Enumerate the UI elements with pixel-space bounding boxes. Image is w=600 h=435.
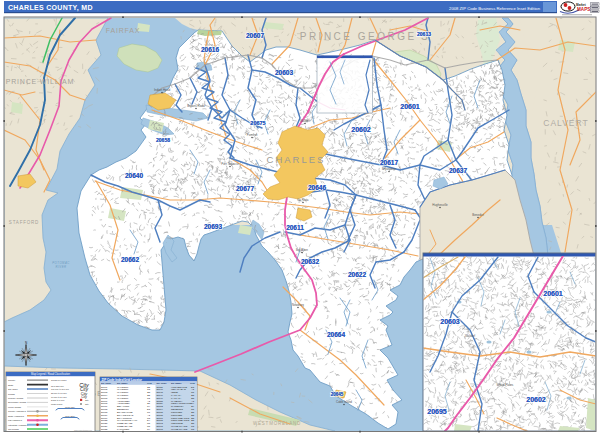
svg-text:20675: 20675: [157, 414, 164, 416]
svg-text:20601: 20601: [543, 290, 563, 297]
svg-text:20602: 20602: [526, 396, 546, 403]
svg-text:20605: 20605: [101, 397, 108, 399]
svg-text:20645: 20645: [331, 392, 344, 397]
svg-text:20613: 20613: [101, 411, 108, 413]
svg-text:miles (Top): miles (Top): [65, 406, 75, 408]
svg-text:20695: 20695: [427, 408, 447, 415]
svg-text:RIVER: RIVER: [55, 265, 66, 269]
svg-text:20645: 20645: [157, 391, 164, 393]
svg-text:ZIP Code Index/Grid Locator: ZIP Code Index/Grid Locator: [102, 378, 143, 382]
svg-text:Newburg: Newburg: [292, 303, 304, 307]
svg-text:ACCOKEEK: ACCOKEEK: [117, 400, 130, 402]
svg-text:20662: 20662: [157, 405, 164, 407]
svg-text:Toll Roads: Toll Roads: [8, 428, 20, 430]
svg-text:20632: 20632: [301, 258, 319, 265]
svg-text:WHITE PLAINS: WHITE PLAINS: [171, 425, 188, 427]
svg-text:20616: 20616: [101, 414, 108, 416]
svg-text:1000s per Town: 1000s per Town: [51, 379, 67, 381]
svg-text:20617: 20617: [101, 417, 108, 419]
svg-text:miles (Btm): miles (Btm): [65, 415, 75, 417]
svg-text:CHARLES: CHARLES: [267, 154, 326, 165]
svg-text:20617: 20617: [380, 159, 398, 166]
svg-text:20632: 20632: [101, 428, 108, 430]
svg-text:Bel Alton: Bel Alton: [296, 248, 308, 252]
svg-text:WALDORF: WALDORF: [117, 391, 129, 393]
svg-text:BENEDICT: BENEDICT: [117, 408, 129, 410]
svg-text:ZIP Code: ZIP Code: [8, 388, 18, 390]
svg-text:BRYANTOWN: BRYANTOWN: [117, 417, 132, 419]
svg-text:20616: 20616: [201, 46, 219, 53]
svg-text:20658: 20658: [157, 400, 164, 402]
svg-text:Benedict: Benedict: [472, 213, 484, 217]
svg-text:NANJEMOY: NANJEMOY: [171, 405, 184, 407]
svg-text:WALDORF: WALDORF: [117, 394, 129, 396]
svg-text:20603: 20603: [440, 318, 460, 325]
svg-text:Waldorf: Waldorf: [300, 119, 310, 123]
svg-text:Bryantown: Bryantown: [382, 167, 397, 171]
svg-text:20677: 20677: [157, 417, 164, 419]
svg-text:20607: 20607: [246, 32, 264, 39]
svg-text:WHITE PLAINS: WHITE PLAINS: [171, 428, 188, 430]
svg-text:Roads: Roads: [8, 393, 15, 395]
svg-text:20603: 20603: [101, 391, 108, 393]
svg-text:FAULKNER: FAULKNER: [117, 428, 129, 430]
svg-text:20602: 20602: [101, 388, 108, 390]
svg-text:20602: 20602: [351, 126, 371, 133]
svg-text:20611: 20611: [101, 405, 108, 407]
svg-text:WESTMORELAND: WESTMORELAND: [253, 421, 301, 426]
svg-text:ZIP Name: ZIP Name: [171, 382, 182, 384]
svg-text:Hughesville: Hughesville: [432, 203, 448, 207]
svg-text:Cobb Island: Cobb Island: [336, 400, 352, 404]
svg-text:20603: 20603: [275, 69, 293, 76]
svg-text:La Plata: La Plata: [297, 198, 308, 202]
svg-text:20625: 20625: [101, 422, 108, 424]
svg-text:NEWBURG: NEWBURG: [171, 408, 183, 410]
svg-text:20607: 20607: [101, 400, 108, 402]
svg-text:Port Tobacco: Port Tobacco: [221, 162, 239, 166]
svg-text:20646: 20646: [157, 394, 164, 396]
svg-text:20640: 20640: [157, 388, 164, 390]
svg-text:20622: 20622: [348, 271, 366, 278]
svg-text:Map Legend / Road Classificati: Map Legend / Road Classification: [31, 372, 70, 376]
svg-text:WELCOME: WELCOME: [171, 422, 183, 424]
svg-text:20693: 20693: [204, 223, 222, 230]
svg-text:WALDORF: WALDORF: [117, 386, 129, 388]
svg-text:MARBURY: MARBURY: [171, 400, 183, 402]
svg-text:CHARLES COUNTY, MD: CHARLES COUNTY, MD: [8, 4, 93, 12]
svg-text:ZIP Name: ZIP Name: [117, 382, 128, 384]
svg-text:POMFRET: POMFRET: [171, 414, 183, 416]
svg-text:MAPS: MAPS: [577, 7, 590, 12]
svg-text:20693: 20693: [157, 422, 164, 424]
svg-text:LA PLATA: LA PLATA: [171, 397, 182, 399]
svg-text:FAIRFAX: FAIRFAX: [106, 27, 140, 34]
svg-text:20601: 20601: [400, 103, 420, 110]
svg-text:ZIP Code: ZIP Code: [157, 382, 168, 384]
svg-text:20662: 20662: [121, 256, 139, 263]
svg-text:PRINCE GEORGE'S: PRINCE GEORGE'S: [300, 31, 431, 42]
svg-text:20604: 20604: [101, 394, 108, 396]
svg-text:Secondary Roads: Secondary Roads: [8, 401, 27, 403]
svg-text:County Highways: County Highways: [8, 410, 27, 412]
svg-text:Interstate Highways: Interstate Highways: [8, 424, 29, 426]
svg-text:20640: 20640: [125, 172, 143, 179]
svg-text:STAFFORD: STAFFORD: [9, 220, 39, 225]
svg-text:N: N: [25, 341, 27, 345]
svg-text:20664: 20664: [327, 331, 345, 338]
svg-text:CHARLOTTE HALL: CHARLOTTE HALL: [117, 419, 138, 421]
svg-text:20675: 20675: [250, 120, 265, 126]
svg-text:20677: 20677: [236, 185, 254, 192]
svg-text:20659: 20659: [157, 402, 164, 404]
svg-text:County: County: [8, 379, 16, 381]
svg-text:20637: 20637: [157, 386, 164, 388]
svg-text:20646: 20646: [308, 184, 326, 191]
svg-text:Minor Roads: Minor Roads: [8, 406, 22, 408]
svg-text:20637: 20637: [449, 167, 467, 174]
svg-text:COBB ISLAND: COBB ISLAND: [117, 425, 133, 427]
svg-text:Indian Head: Indian Head: [154, 88, 171, 92]
svg-text:20695: 20695: [157, 428, 164, 430]
svg-text:COBB ISLAND: COBB ISLAND: [117, 422, 133, 424]
svg-text:ISSUE: ISSUE: [171, 391, 178, 393]
svg-text:PORT TOBACCO: PORT TOBACCO: [171, 417, 189, 419]
svg-text:20601: 20601: [101, 386, 108, 388]
svg-text:WALDORF: WALDORF: [117, 397, 129, 399]
